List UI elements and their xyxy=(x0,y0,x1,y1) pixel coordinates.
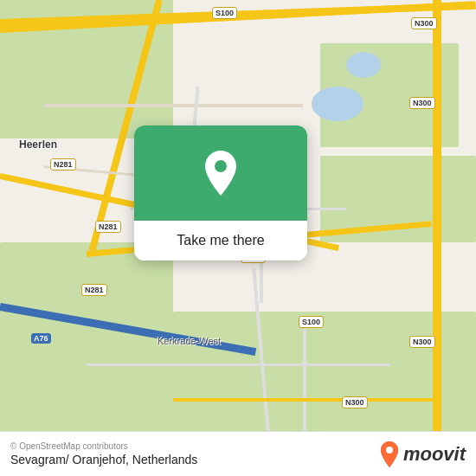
small-road-7 xyxy=(303,329,306,433)
label-kerkrade: Kerkrade-West xyxy=(158,336,221,346)
road-n300 xyxy=(433,0,441,476)
card-map-top xyxy=(134,125,307,221)
location-card: Take me there xyxy=(134,125,307,261)
label-n300-bot: N300 xyxy=(342,396,368,408)
take-me-there-button[interactable]: Take me there xyxy=(134,221,307,261)
small-road-9 xyxy=(173,398,433,402)
copyright-text: © OpenStreetMap contributors xyxy=(10,441,197,451)
label-heerlen: Heerlen xyxy=(19,138,57,151)
green-area-5 xyxy=(173,312,476,433)
label-n281-left: N281 xyxy=(95,221,121,233)
water-1 xyxy=(312,87,363,121)
location-name: Sevagram/ Oranjehof, Netherlands xyxy=(10,453,197,466)
location-info: © OpenStreetMap contributors Sevagram/ O… xyxy=(10,441,197,466)
svg-point-0 xyxy=(215,160,227,172)
label-s100-bot: S100 xyxy=(299,316,324,328)
label-n281-ml: N281 xyxy=(50,158,76,170)
label-n300-mr: N300 xyxy=(409,97,435,109)
moovit-logo: moovit xyxy=(378,441,466,467)
label-s100-top: S100 xyxy=(212,7,237,19)
label-n281-bl: N281 xyxy=(81,284,107,296)
moovit-pin-icon xyxy=(378,441,401,467)
map-container: S100 N300 N300 N281 N281 N281 A76 S100 S… xyxy=(0,0,476,476)
info-bar: © OpenStreetMap contributors Sevagram/ O… xyxy=(0,431,476,476)
location-pin-icon xyxy=(202,151,240,196)
small-road-1 xyxy=(43,104,303,107)
moovit-text: moovit xyxy=(403,443,466,466)
label-a76: A76 xyxy=(31,333,51,344)
small-road-8 xyxy=(87,363,389,366)
take-me-there-label: Take me there xyxy=(177,233,264,248)
label-n300-tr: N300 xyxy=(411,17,437,29)
water-2 xyxy=(346,52,381,78)
label-n300-br: N300 xyxy=(409,336,435,348)
green-area-6 xyxy=(0,363,173,433)
svg-point-1 xyxy=(386,447,393,453)
